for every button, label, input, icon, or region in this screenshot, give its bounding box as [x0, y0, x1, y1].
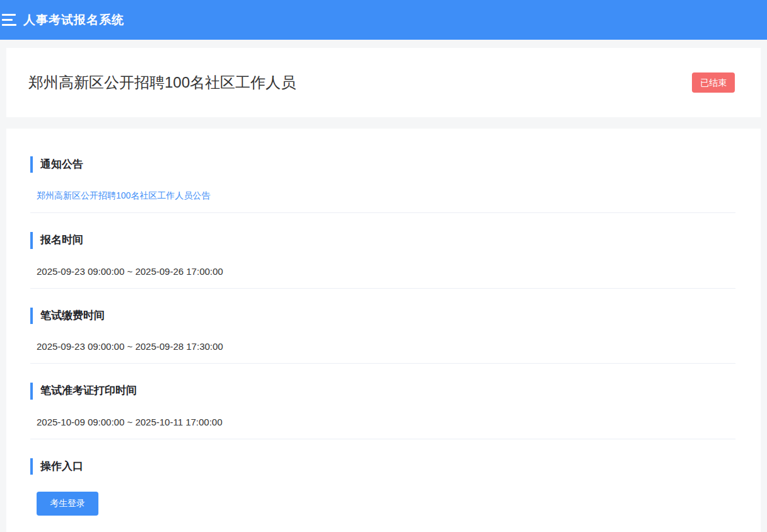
notice-announcement-link[interactable]: 郑州高新区公开招聘100名社区工作人员公告 — [37, 190, 210, 200]
exam-title-card: 郑州高新区公开招聘100名社区工作人员 已结束 — [6, 48, 761, 117]
exam-title: 郑州高新区公开招聘100名社区工作人员 — [28, 72, 296, 93]
section-heading-entry: 操作入口 — [30, 458, 735, 475]
section-body-entry: 考生登录 — [30, 492, 735, 516]
section-entry: 操作入口 考生登录 — [30, 439, 735, 526]
section-heading-ticket-print-time: 笔试准考证打印时间 — [30, 383, 735, 399]
section-body-registration-time: 2025-09-23 09:00:00 ~ 2025-09-26 17:00:0… — [30, 266, 735, 277]
section-notice: 通知公告 郑州高新区公开招聘100名社区工作人员公告 — [30, 137, 735, 213]
section-ticket-print-time: 笔试准考证打印时间 2025-10-09 09:00:00 ~ 2025-10-… — [30, 364, 735, 439]
exam-detail-card: 通知公告 郑州高新区公开招聘100名社区工作人员公告 报名时间 2025-09-… — [6, 129, 761, 532]
section-heading-notice: 通知公告 — [30, 156, 735, 173]
ticket-print-time-range: 2025-10-09 09:00:00 ~ 2025-10-11 17:00:0… — [37, 417, 223, 427]
hamburger-menu-icon[interactable] — [2, 14, 17, 26]
app-title: 人事考试报名系统 — [23, 12, 124, 28]
candidate-login-button[interactable]: 考生登录 — [37, 492, 98, 516]
section-body-payment-time: 2025-09-23 09:00:00 ~ 2025-09-28 17:30:0… — [30, 341, 735, 352]
section-registration-time: 报名时间 2025-09-23 09:00:00 ~ 2025-09-26 17… — [30, 213, 735, 288]
registration-time-range: 2025-09-23 09:00:00 ~ 2025-09-26 17:00:0… — [37, 266, 223, 277]
payment-time-range: 2025-09-23 09:00:00 ~ 2025-09-28 17:30:0… — [37, 341, 223, 352]
section-payment-time: 笔试缴费时间 2025-09-23 09:00:00 ~ 2025-09-28 … — [30, 289, 735, 364]
section-heading-registration-time: 报名时间 — [30, 232, 735, 248]
section-body-ticket-print-time: 2025-10-09 09:00:00 ~ 2025-10-11 17:00:0… — [30, 417, 735, 428]
section-heading-payment-time: 笔试缴费时间 — [30, 308, 735, 324]
app-header: 人事考试报名系统 — [0, 0, 767, 40]
section-body-notice: 郑州高新区公开招聘100名社区工作人员公告 — [30, 190, 735, 202]
status-badge: 已结束 — [692, 72, 735, 93]
